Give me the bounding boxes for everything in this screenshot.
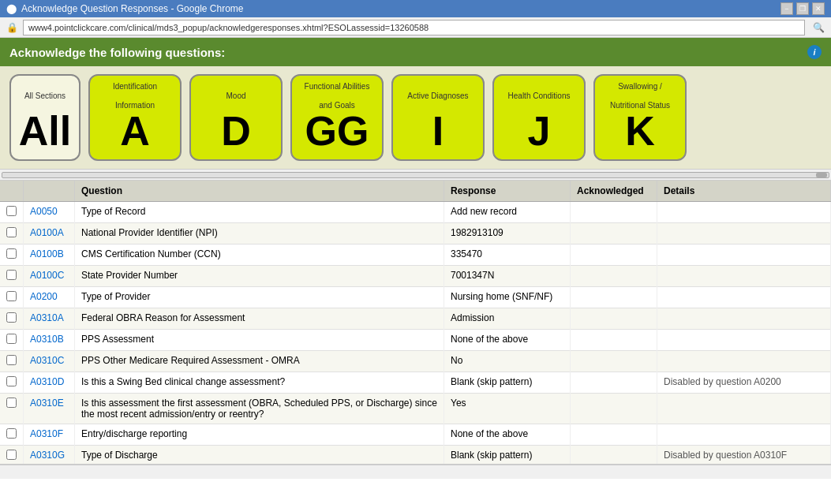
row-acknowledged [571,308,657,330]
url-input[interactable] [23,20,805,35]
row-code: A0100B [24,245,75,266]
tab-D[interactable]: MoodD [189,74,283,161]
row-checkbox[interactable] [0,266,24,287]
row-code: A0200 [24,287,75,308]
row-checkbox[interactable] [0,308,24,330]
row-code: A0310C [24,351,75,372]
row-details: Disabled by question A0200 [657,372,831,394]
row-code: A0310G [24,446,75,465]
tab-I[interactable]: Active DiagnosesI [391,74,485,161]
checkbox-input[interactable] [6,206,17,216]
row-details: Disabled by question A0310F [657,446,831,465]
row-response: Add new record [444,202,571,223]
checkbox-input[interactable] [6,248,17,259]
tabs-area: All SectionsAllIdentificationInformation… [0,66,831,170]
row-question: Federal OBRA Reason for Assessment [75,308,444,330]
checkbox-input[interactable] [6,450,17,460]
tab-letter-I: I [432,110,444,151]
row-acknowledged [571,394,657,424]
row-acknowledged [571,446,657,465]
row-checkbox[interactable] [0,372,24,394]
data-table: Question Response Acknowledged Details A… [0,181,831,465]
row-question: Type of Discharge [75,446,444,465]
tab-top-label-K: Swallowing / [615,79,665,101]
title-bar-controls[interactable]: − ❒ ✕ [780,2,825,15]
tab-top-label-GG: Functional Abilities [301,79,373,101]
tab-letter-GG: GG [305,110,369,151]
row-code: A0310F [24,424,75,446]
lock-icon: 🔒 [6,22,18,33]
row-checkbox[interactable] [0,330,24,351]
checkbox-input[interactable] [6,398,17,408]
row-acknowledged [571,372,657,394]
row-details [657,287,831,308]
row-question: Entry/discharge reporting [75,424,444,446]
checkbox-input[interactable] [6,355,17,365]
tab-letter-J: J [528,110,551,151]
table-row: A0310EIs this assessment the first asses… [0,394,831,424]
row-question: Is this a Swing Bed clinical change asse… [75,372,444,394]
row-acknowledged [571,330,657,351]
checkbox-input[interactable] [6,376,17,386]
horizontal-scrollbar[interactable] [0,170,831,181]
row-checkbox[interactable] [0,202,24,223]
checkbox-input[interactable] [6,291,17,301]
row-response: Nursing home (SNF/NF) [444,287,571,308]
checkbox-input[interactable] [6,428,17,439]
row-response: Blank (skip pattern) [444,372,571,394]
row-code: A0310B [24,330,75,351]
row-code: A0310A [24,308,75,330]
scroll-track [2,172,829,178]
row-checkbox[interactable] [0,394,24,424]
tab-A[interactable]: IdentificationInformationA [88,74,182,161]
row-response: None of the above [444,424,571,446]
table-row: A0200Type of ProviderNursing home (SNF/N… [0,287,831,308]
table-row: A0050Type of RecordAdd new record [0,202,831,223]
tab-all[interactable]: All SectionsAll [9,74,80,161]
row-question: State Provider Number [75,266,444,287]
row-checkbox[interactable] [0,245,24,266]
title-bar: ⬤ Acknowledge Question Responses - Googl… [0,0,831,17]
row-response: None of the above [444,330,571,351]
row-checkbox[interactable] [0,223,24,245]
row-code: A0310D [24,372,75,394]
minimize-button[interactable]: − [780,2,793,15]
row-code: A0100A [24,223,75,245]
checkbox-input[interactable] [6,270,17,280]
row-acknowledged [571,245,657,266]
tab-J[interactable]: Health ConditionsJ [492,74,586,161]
row-acknowledged [571,266,657,287]
row-response: Admission [444,308,571,330]
row-checkbox[interactable] [0,287,24,308]
row-checkbox[interactable] [0,351,24,372]
restore-button[interactable]: ❒ [796,2,809,15]
info-icon[interactable]: i [807,45,822,59]
row-response: No [444,351,571,372]
row-question: PPS Other Medicare Required Assessment -… [75,351,444,372]
checkbox-input[interactable] [6,334,17,344]
col-details: Details [657,181,831,202]
row-question: Type of Record [75,202,444,223]
row-response: Yes [444,394,571,424]
table-row: A0100BCMS Certification Number (CCN)3354… [0,245,831,266]
title-bar-left: ⬤ Acknowledge Question Responses - Googl… [6,3,243,14]
checkbox-input[interactable] [6,312,17,323]
row-response: 1982913109 [444,223,571,245]
tab-K[interactable]: Swallowing /Nutritional StatusK [593,74,687,161]
row-acknowledged [571,424,657,446]
magnify-icon[interactable]: 🔍 [813,22,825,33]
row-checkbox[interactable] [0,424,24,446]
row-acknowledged [571,287,657,308]
row-details [657,330,831,351]
close-button[interactable]: ✕ [812,2,825,15]
table-row: A0310GType of DischargeBlank (skip patte… [0,446,831,465]
tab-GG[interactable]: Functional Abilitiesand GoalsGG [290,74,384,161]
row-details [657,266,831,287]
tab-letter-all: All [19,110,71,151]
chrome-icon: ⬤ [6,3,17,14]
tab-letter-D: D [221,110,251,151]
table-container[interactable]: Question Response Acknowledged Details A… [0,181,831,465]
checkbox-input[interactable] [6,227,17,237]
scroll-thumb [816,173,827,177]
row-checkbox[interactable] [0,446,24,465]
